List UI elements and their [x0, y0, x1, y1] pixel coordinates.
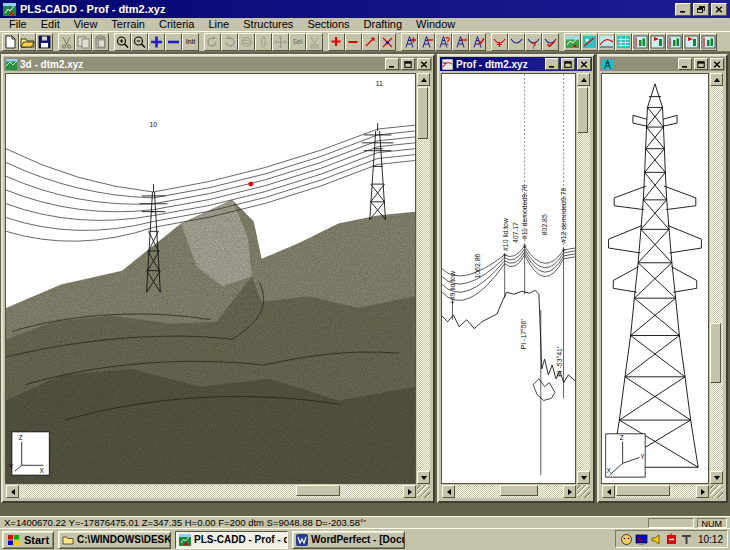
start-label: Start	[24, 534, 49, 546]
3d-view-canvas[interactable]: 10 11 Z X Y	[5, 73, 416, 484]
structure-add-button[interactable]	[401, 33, 418, 51]
pi-angle-1-label: PI -17°56'	[520, 319, 527, 349]
restore-button[interactable]	[693, 3, 709, 16]
close-button[interactable]	[711, 3, 727, 16]
structure-horizontal-scrollbar[interactable]	[602, 485, 709, 498]
structure-vertical-scrollbar[interactable]	[710, 73, 723, 484]
view-plan-button[interactable]	[581, 33, 598, 51]
profile-minimize-button[interactable]	[545, 58, 559, 70]
section-check-button[interactable]	[542, 33, 559, 51]
scroll-left-icon	[607, 489, 611, 495]
scroll-right-icon	[701, 489, 705, 495]
scroll-up-icon	[581, 78, 587, 82]
view-report-1-button[interactable]	[632, 33, 649, 51]
structure-maximize-button[interactable]	[694, 58, 708, 70]
menu-window[interactable]: Window	[409, 18, 462, 31]
view-3d-button[interactable]	[564, 33, 581, 51]
remove-blue-button[interactable]	[165, 33, 182, 51]
3d-window-titlebar[interactable]: 3d - dtm2.xyz	[4, 57, 432, 71]
3d-horizontal-scrollbar[interactable]	[6, 485, 416, 498]
tower-11-drawing	[362, 123, 393, 219]
delete-point-red-button[interactable]	[345, 33, 362, 51]
view-report-4-button[interactable]	[683, 33, 700, 51]
profile-horizontal-scrollbar[interactable]	[442, 485, 576, 498]
task-folder-button[interactable]: C:\WINDOWS\DESKTOP...	[58, 531, 171, 549]
3d-maximize-button[interactable]	[401, 58, 415, 70]
task-pls-button[interactable]: PLS-CADD - Prof - dt...	[175, 531, 288, 549]
structure-window-titlebar[interactable]	[600, 57, 725, 71]
minimize-button[interactable]	[675, 3, 691, 16]
tray-icon-1[interactable]	[620, 533, 633, 546]
structure-query-button[interactable]	[435, 33, 452, 51]
3d-vertical-scrollbar[interactable]	[417, 73, 430, 484]
profile-close-button[interactable]	[577, 58, 591, 70]
menu-terrain[interactable]: Terrain	[104, 18, 152, 31]
add-blue-button[interactable]	[148, 33, 165, 51]
paste-button	[92, 33, 109, 51]
profile-window-titlebar[interactable]: Prof - dtm2.xyz	[440, 57, 592, 71]
move-point-red-button[interactable]	[362, 33, 379, 51]
menu-edit[interactable]: Edit	[34, 18, 67, 31]
status-empty-box	[648, 518, 694, 528]
copy-button	[75, 33, 92, 51]
profile-vscroll-thumb[interactable]	[577, 87, 588, 133]
menu-structures[interactable]: Structures	[236, 18, 300, 31]
structure-close-button[interactable]	[710, 58, 724, 70]
span-2-length-label: 407.17	[512, 222, 519, 243]
taskbar-clock: 10:12	[698, 534, 723, 545]
view-report-2-button[interactable]	[649, 33, 666, 51]
svg-text:Z: Z	[620, 434, 624, 441]
open-file-button[interactable]	[19, 33, 36, 51]
profile-resize-grip[interactable]	[577, 485, 590, 498]
profile-vertical-scrollbar[interactable]	[577, 73, 590, 484]
tray-icon-2[interactable]	[635, 533, 648, 546]
new-file-button[interactable]	[2, 33, 19, 51]
view-report-5-button[interactable]	[700, 33, 717, 51]
task-label: PLS-CADD - Prof - dt...	[194, 534, 288, 545]
structure-hscroll-thumb[interactable]	[616, 485, 670, 496]
station-10-label: #10 lid.tow	[502, 218, 509, 251]
view-profile-button[interactable]	[598, 33, 615, 51]
view-sheet-button[interactable]	[615, 33, 632, 51]
section-query-button[interactable]	[525, 33, 542, 51]
structure-check-button[interactable]	[469, 33, 486, 51]
system-tray: 10:12	[615, 530, 728, 548]
profile-view-canvas[interactable]: #9 lid.tow 1062.86 #10 lid.tow 407.17 #1…	[441, 73, 576, 484]
zoom-out-button[interactable]	[131, 33, 148, 51]
3d-close-button[interactable]	[417, 58, 431, 70]
menu-drafting[interactable]: Drafting	[357, 18, 410, 31]
task-wp-button[interactable]: WordPerfect - [Document1]	[292, 531, 405, 549]
structure-delete-button[interactable]	[418, 33, 435, 51]
statusbar: X=1400670.22 Y=-17876475.01 Z=347.35 H=0…	[0, 516, 730, 528]
menu-line[interactable]: Line	[201, 18, 236, 31]
structure-resize-grip[interactable]	[710, 485, 723, 498]
zoom-in-button[interactable]	[114, 33, 131, 51]
profile-hscroll-thumb[interactable]	[500, 485, 538, 496]
section-sag-button[interactable]	[508, 33, 525, 51]
structure-view-canvas[interactable]: Z X Y	[601, 73, 709, 484]
station-12-label: #12 demoded9.76	[561, 188, 568, 244]
menu-view[interactable]: View	[67, 18, 105, 31]
menu-file[interactable]: File	[2, 18, 34, 31]
profile-maximize-button[interactable]	[561, 58, 575, 70]
app-titlebar[interactable]: PLS-CADD - Prof - dtm2.xyz	[0, 0, 730, 18]
edit-points-red-button[interactable]	[379, 33, 396, 51]
structure-vscroll-thumb[interactable]	[710, 323, 721, 383]
structure-minimize-button[interactable]	[678, 58, 692, 70]
add-point-red-button[interactable]	[328, 33, 345, 51]
menu-criteria[interactable]: Criteria	[152, 18, 201, 31]
3d-minimize-button[interactable]	[385, 58, 399, 70]
view-report-3-button[interactable]	[666, 33, 683, 51]
tray-icon-4[interactable]	[665, 533, 678, 546]
menu-sections[interactable]: Sections	[300, 18, 356, 31]
section-add-button[interactable]	[491, 33, 508, 51]
tray-icon-3[interactable]	[650, 533, 663, 546]
start-button[interactable]: Start	[2, 531, 54, 549]
3d-hscroll-thumb[interactable]	[296, 485, 340, 496]
structure-move-button[interactable]	[452, 33, 469, 51]
initial-view-button[interactable]: Init	[182, 33, 199, 51]
3d-resize-grip[interactable]	[417, 485, 430, 498]
tray-icon-5[interactable]	[680, 533, 693, 546]
3d-vscroll-thumb[interactable]	[417, 87, 428, 139]
save-file-button[interactable]	[36, 33, 53, 51]
